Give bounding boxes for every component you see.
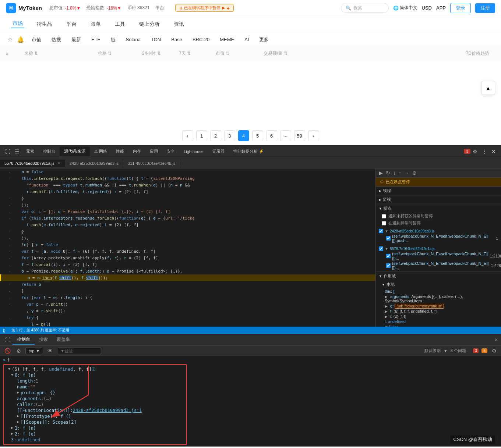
deactivate-breakpoints-button[interactable]: ⊘ xyxy=(412,170,417,176)
currency-label[interactable]: USD xyxy=(422,5,432,11)
console-item-0-name: name: "" xyxy=(5,384,185,390)
file-tab-2[interactable]: 2428-af25dcb010a99ad3.js xyxy=(65,160,123,167)
bp-fn2b-checkbox[interactable] xyxy=(386,263,391,268)
devtools-more-icon[interactable]: ⋮ xyxy=(480,149,489,154)
tab-console[interactable]: 控制台 xyxy=(39,146,60,156)
page-6-button[interactable]: 6 xyxy=(266,130,277,141)
bell-icon[interactable]: 🔔 xyxy=(15,35,26,45)
search-tab[interactable]: 搜索 xyxy=(35,335,52,344)
nav-platform[interactable]: 平台 xyxy=(65,21,78,28)
console-close-icon[interactable]: ✕ xyxy=(494,337,498,342)
devtools-settings-icon[interactable]: ⚙ xyxy=(470,149,480,154)
breakpoint-file-2: ▼ 5578-7c164bed82b79c1a.js (self.webpack… xyxy=(376,244,501,271)
step-button[interactable]: → xyxy=(404,170,409,176)
play-icon[interactable]: ▶ xyxy=(222,6,225,10)
filter-chain[interactable]: 链 xyxy=(106,35,120,45)
page-3-button[interactable]: 3 xyxy=(224,130,235,141)
code-line: - } xyxy=(0,288,375,294)
filter-more[interactable]: 更多 xyxy=(255,35,273,45)
lang-switch[interactable]: 🌐 简体中文 xyxy=(393,5,417,11)
code-line: - n = false xyxy=(0,168,375,175)
search-box[interactable]: 🔍 搜索 xyxy=(341,3,389,13)
breakpoints-header[interactable]: ▼ 断点 xyxy=(376,204,501,213)
step-icon[interactable]: ⏭ xyxy=(226,6,230,10)
tab-performance[interactable]: 性能 xyxy=(112,146,128,156)
page-4-button[interactable]: 4 xyxy=(238,130,249,141)
bp-fn2a-checkbox[interactable] xyxy=(386,254,391,258)
breakpoint-uncaught-checkbox[interactable] xyxy=(382,214,386,218)
local-scope-header[interactable]: ▼ 本地 xyxy=(376,280,501,289)
devtools-toggle-icon[interactable]: ⛶ xyxy=(3,149,13,154)
tab-recorder[interactable]: 记录器 xyxy=(208,146,229,156)
devtools-close-icon[interactable]: ✕ xyxy=(489,149,498,154)
next-page-button[interactable]: › xyxy=(308,130,319,141)
step-into-button[interactable]: ↓ xyxy=(393,170,396,176)
thread-header[interactable]: ▶ 线程 xyxy=(376,186,501,195)
tab-security[interactable]: 安全 xyxy=(162,146,179,156)
tab-elements[interactable]: 元素 xyxy=(22,146,39,156)
nav-news[interactable]: 资讯 xyxy=(172,21,186,28)
prev-page-button[interactable]: ‹ xyxy=(182,130,193,141)
nav-copy-trade[interactable]: 跟单 xyxy=(89,21,102,28)
scope-header[interactable]: ▼ 作用域 xyxy=(376,272,501,280)
filter-new[interactable]: 最新 xyxy=(67,35,85,45)
filter-etf[interactable]: ETF xyxy=(87,35,105,44)
page-2-button[interactable]: 2 xyxy=(210,130,221,141)
file-tab-1[interactable]: 5578-7c164bed82b79c1a.js ✕ xyxy=(0,160,65,167)
filter-brc20[interactable]: BRC-20 xyxy=(188,35,214,44)
page-59-button[interactable]: 59 xyxy=(294,130,305,141)
nav-market[interactable]: 市场 xyxy=(11,20,24,28)
file-tab-3[interactable]: 311-480cc0c4ae43e64b.js xyxy=(123,160,180,167)
nav-tools[interactable]: 工具 xyxy=(113,21,127,28)
step-out-button[interactable]: ↑ xyxy=(399,170,401,176)
page-1-button[interactable]: 1 xyxy=(196,130,207,141)
scroll-top-button[interactable]: ▲ xyxy=(481,81,495,95)
step-over-button[interactable]: ↻ xyxy=(386,170,390,176)
console-clear-icon[interactable]: 🚫 xyxy=(3,347,12,355)
watch-header[interactable]: ▶ 监视 xyxy=(376,195,501,204)
console-settings-icon[interactable]: ⚙ xyxy=(490,347,498,355)
devtools-tabs: ⛶ ☰ 元素 控制台 源代码/来源 ⚠ 网络 性能 内存 应用 安全 Light… xyxy=(0,145,501,158)
star-icon[interactable]: ☆ xyxy=(6,35,14,45)
filter-ton[interactable]: TON xyxy=(147,35,165,44)
top-context-select[interactable]: top ▼ xyxy=(25,348,43,354)
register-button[interactable]: 注册 xyxy=(475,3,495,13)
info-icon[interactable]: ⓘ xyxy=(92,367,95,372)
devtools-menu-icon[interactable]: ☰ xyxy=(13,149,22,154)
tab-perf-insights[interactable]: 性能数据分析 ⚡ xyxy=(229,146,268,156)
console-tab[interactable]: 控制台 xyxy=(13,335,35,345)
code-line: - var f = [a, void 0]; f = (6) [f, f, f,… xyxy=(0,248,375,255)
filter-meme[interactable]: MEME xyxy=(215,35,239,44)
filter-solana[interactable]: Solana xyxy=(121,35,145,44)
console-toggle-icon[interactable]: ⛶ xyxy=(3,337,13,343)
filter-base[interactable]: Base xyxy=(167,35,187,44)
level-dropdown[interactable]: ▼ xyxy=(444,349,448,353)
console-item-0-args: arguments: (…) xyxy=(5,396,185,402)
tab-application[interactable]: 应用 xyxy=(145,146,162,156)
bp-file1-checkbox[interactable] xyxy=(379,229,383,233)
bp-file2-checkbox[interactable] xyxy=(379,246,383,251)
resume-button[interactable]: ▶ xyxy=(379,170,383,176)
stat-platform: 平台 xyxy=(155,5,164,11)
tab-memory[interactable]: 内存 xyxy=(128,146,145,156)
nav-derivatives[interactable]: 衍生品 xyxy=(35,21,54,28)
th-chart: 7D价格趋势 xyxy=(311,50,495,57)
console-input-line: > f xyxy=(3,358,498,363)
coverage-tab[interactable]: 覆盖率 xyxy=(52,335,74,344)
filter-market-cap[interactable]: 市值 xyxy=(27,35,46,45)
filter-ai[interactable]: AI xyxy=(240,35,253,44)
file-tab-1-close[interactable]: ✕ xyxy=(57,161,60,165)
nav-chain-analysis[interactable]: 链上分析 xyxy=(138,21,161,28)
console-filter-icon[interactable]: ⊘ xyxy=(15,347,22,355)
console-filter-input[interactable] xyxy=(57,348,101,354)
console-eye-icon[interactable]: 👁 xyxy=(46,347,54,355)
page-5-button[interactable]: 5 xyxy=(252,130,263,141)
tab-network[interactable]: ⚠ 网络 xyxy=(90,146,112,156)
filter-hot[interactable]: 热搜 xyxy=(47,35,66,45)
breakpoint-caught-checkbox[interactable] xyxy=(382,221,386,225)
app-label[interactable]: APP xyxy=(436,5,446,11)
bp-fn1-checkbox[interactable] xyxy=(386,236,391,241)
tab-lighthouse[interactable]: Lighthouse xyxy=(179,147,208,156)
tab-sources[interactable]: 源代码/来源 xyxy=(60,146,90,156)
login-button[interactable]: 登录 xyxy=(450,3,471,13)
